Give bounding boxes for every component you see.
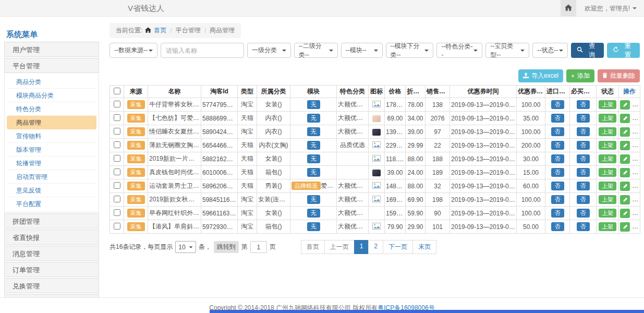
sidebar-subitem[interactable]: 启动页管理 (7, 170, 96, 184)
breadcrumb-item: 商品管理 (210, 26, 235, 35)
import-select-toggle[interactable]: 否 (551, 154, 564, 163)
jump-button[interactable]: 跳转到 (214, 241, 239, 253)
row-checkbox[interactable] (114, 128, 120, 135)
sidebar-group[interactable]: 平台管理 (4, 58, 99, 73)
must-buy-toggle[interactable]: 否 (577, 127, 590, 136)
import-excel-button[interactable]: 导入excel (518, 69, 563, 82)
must-buy-toggle[interactable]: 否 (577, 100, 590, 109)
import-select-toggle[interactable]: 否 (551, 127, 564, 136)
sidebar-subitem[interactable]: 版本管理 (7, 143, 96, 156)
sidebar-group[interactable]: 订单管理 (4, 262, 99, 277)
sidebar-subitem[interactable]: 模块商品分类 (7, 89, 96, 102)
add-button[interactable]: + 添加 (566, 69, 594, 82)
edit-button[interactable] (620, 209, 630, 218)
filter-select[interactable]: --数据来源-- (110, 43, 157, 58)
edit-button[interactable] (620, 168, 630, 177)
import-select-toggle[interactable]: 否 (551, 182, 564, 190)
status-on-shelf-badge[interactable]: 上架 (599, 100, 616, 109)
sidebar-subitem[interactable]: 轮播管理 (7, 156, 96, 170)
icon-cell (369, 152, 385, 166)
status-on-shelf-badge[interactable]: 上架 (599, 127, 616, 136)
edit-button[interactable] (620, 154, 630, 164)
must-buy-toggle[interactable]: 否 (577, 222, 590, 231)
sidebar-subitem[interactable]: 宣传物料 (7, 129, 96, 143)
name-search-input[interactable] (161, 43, 244, 58)
per-page-select[interactable]: 10 (175, 241, 196, 253)
query-button[interactable]: 查询 (571, 43, 604, 58)
page-number-input[interactable] (250, 241, 267, 253)
status-cell: 上架 (597, 166, 619, 179)
row-checkbox[interactable] (114, 182, 120, 189)
filter-select[interactable]: --特色分类-- (436, 43, 482, 58)
sidebar-subitem[interactable]: 商品分类 (7, 75, 96, 89)
status-on-shelf-badge[interactable]: 上架 (599, 209, 616, 217)
edit-button[interactable] (620, 141, 630, 150)
taoke-id-cell: 597293020870 (201, 220, 238, 234)
batch-delete-button[interactable]: 批量删除 (598, 69, 640, 82)
row-checkbox[interactable] (114, 209, 120, 216)
sidebar-subitem[interactable]: 意见反馈 (7, 184, 96, 197)
breadcrumb-home-link[interactable]: 首页 (154, 26, 166, 35)
feature-cell: 大额优惠券 (337, 207, 369, 220)
edit-button[interactable] (620, 195, 630, 204)
sidebar-group[interactable]: 省直快报 (4, 230, 99, 245)
edit-button[interactable] (620, 114, 630, 123)
must-buy-toggle[interactable]: 否 (577, 141, 590, 149)
page-button[interactable]: 上一页 (324, 240, 355, 254)
filter-select[interactable]: 一级分类 (247, 43, 291, 58)
page-button[interactable]: 末页 (412, 240, 436, 254)
status-on-shelf-badge[interactable]: 上架 (599, 182, 616, 190)
row-checkbox[interactable] (114, 114, 120, 121)
must-buy-toggle[interactable]: 否 (577, 168, 590, 176)
filter-select[interactable]: --模块-- (341, 43, 383, 58)
must-buy-toggle[interactable]: 否 (577, 209, 590, 217)
must-buy-toggle[interactable]: 否 (577, 154, 590, 163)
edit-button[interactable] (620, 222, 630, 232)
filter-select[interactable]: --二级分类-- (294, 43, 338, 58)
page-button[interactable]: 首页 (301, 240, 325, 254)
row-checkbox[interactable] (114, 141, 120, 148)
status-on-shelf-badge[interactable]: 上架 (599, 141, 616, 149)
status-on-shelf-badge[interactable]: 上架 (599, 222, 616, 231)
sidebar-group[interactable]: 消息管理 (4, 246, 99, 261)
filter-select[interactable]: --模块下分类-- (386, 43, 434, 58)
import-select-toggle[interactable]: 否 (551, 100, 564, 109)
row-checkbox[interactable] (114, 101, 120, 107)
import-select-toggle[interactable]: 否 (551, 168, 564, 176)
import-select-toggle[interactable]: 否 (551, 222, 564, 231)
sidebar-group[interactable]: 用户管理 (4, 42, 99, 57)
sidebar-group[interactable]: 兑换管理 (4, 278, 99, 293)
import-select-toggle[interactable]: 否 (551, 141, 564, 149)
status-on-shelf-badge[interactable]: 上架 (599, 168, 616, 176)
must-buy-toggle[interactable]: 否 (577, 182, 590, 190)
filter-select[interactable]: --状态-- (532, 43, 568, 58)
sidebar-subitem[interactable]: 平台配置 (7, 197, 96, 211)
page-button[interactable]: 1 (354, 240, 369, 254)
row-checkbox[interactable] (114, 223, 120, 230)
status-on-shelf-badge[interactable]: 上架 (599, 114, 616, 122)
page-button[interactable]: 2 (368, 240, 383, 254)
must-buy-toggle[interactable]: 否 (577, 114, 590, 122)
home-button[interactable] (561, 0, 576, 17)
status-on-shelf-badge[interactable]: 上架 (599, 154, 616, 163)
import-select-toggle[interactable]: 否 (551, 114, 564, 122)
filter-select[interactable]: --宝贝类型-- (485, 43, 529, 58)
sidebar-subitem[interactable]: 商品管理 (7, 116, 96, 129)
edit-button[interactable] (620, 182, 630, 191)
row-checkbox[interactable] (114, 168, 120, 175)
sidebar-subitem[interactable]: 特色分类 (7, 102, 96, 116)
user-menu[interactable]: 欢迎您，管理员! (576, 4, 644, 13)
select-all-checkbox[interactable] (114, 88, 120, 94)
status-on-shelf-badge[interactable]: 上架 (599, 195, 616, 203)
must-buy-toggle[interactable]: 否 (577, 195, 590, 203)
category-cell: 女装(连衣裙) (257, 193, 290, 207)
reset-button[interactable]: 重置 (607, 43, 640, 58)
page-button[interactable]: 下一页 (383, 240, 413, 254)
edit-button[interactable] (620, 127, 630, 137)
import-select-toggle[interactable]: 否 (551, 209, 564, 217)
sidebar-group[interactable]: 拼团管理 (4, 213, 99, 228)
import-select-toggle[interactable]: 否 (551, 195, 564, 203)
row-checkbox[interactable] (114, 196, 120, 202)
row-checkbox[interactable] (114, 155, 120, 162)
edit-button[interactable] (620, 100, 630, 110)
